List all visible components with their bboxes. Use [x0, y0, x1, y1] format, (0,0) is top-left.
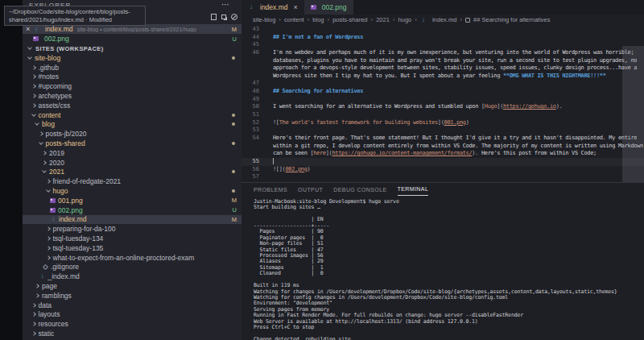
close-all-editors-icon[interactable]: [231, 14, 237, 20]
tree-item-ramblings[interactable]: ramblings: [23, 291, 242, 301]
breadcrumb-separator-icon: ›: [371, 16, 374, 23]
tree-item-layouts[interactable]: layouts: [23, 310, 242, 320]
tab-index-md[interactable]: ↓index.md×: [242, 0, 304, 15]
tree-item-blog[interactable]: blog: [23, 120, 242, 130]
tree-item-2021[interactable]: 2021: [23, 168, 242, 177]
breadcrumb-item[interactable]: posts-shared: [332, 16, 367, 23]
chevron-right-icon: [31, 84, 36, 89]
tree-item-content[interactable]: content: [23, 110, 242, 120]
editor-line[interactable]: 44## I'm not a fan of Wordpress: [242, 34, 644, 42]
breadcrumb-item[interactable]: 2021: [376, 16, 390, 23]
line-number: 51: [242, 111, 259, 119]
tree-item-label: hugo: [53, 187, 68, 195]
code-token: Hugo: [485, 103, 497, 110]
editor-line[interactable]: 50I went searching for an alternative to…: [242, 103, 644, 111]
editor-line[interactable]: approach for a devops-style development …: [242, 64, 644, 73]
panel-tab-debug-console[interactable]: DEBUG CONSOLE: [333, 183, 386, 196]
breadcrumb-item[interactable]: content: [284, 16, 304, 23]
close-tab-icon[interactable]: ×: [294, 3, 298, 11]
chevron-right-icon: [31, 65, 36, 70]
tree-item-2019[interactable]: 2019: [23, 148, 242, 158]
editor-line[interactable]: databases, plugins you have to maintain …: [242, 57, 644, 65]
code-token: ](: [438, 119, 444, 126]
explorer-sidebar: EXPLORER ⋯ ×↓index.mdsite-blog • content…: [23, 0, 242, 340]
breadcrumb-separator-icon: ›: [328, 16, 330, 23]
editor-line[interactable]: 48## Searching for alternatives: [242, 88, 644, 96]
terminal[interactable]: Justin-Macbook:site-blog Development$ hu…: [242, 196, 644, 340]
breadcrumb-item[interactable]: hugo: [398, 16, 412, 23]
breadcrumb-symbol[interactable]: ## Searching for alternatives: [473, 16, 550, 23]
editor-line[interactable]: 46I'm no webdev and perhaps much of it i…: [242, 49, 644, 57]
editor-line[interactable]: 53: [242, 126, 644, 135]
panel-tab-terminal[interactable]: TERMINAL: [398, 183, 429, 196]
editor-line[interactable]: 45: [242, 41, 644, 49]
panel-tab-bar: PROBLEMSOUTPUTDEBUG CONSOLETERMINAL: [242, 183, 644, 196]
git-status-badge: U: [233, 35, 237, 43]
tree-item-resources[interactable]: resources: [23, 319, 242, 329]
editor-line[interactable]: 56![](002.png): [242, 166, 644, 174]
tree-item-tsql-tuesday-135[interactable]: tsql-tuesday-135: [23, 243, 242, 253]
line-number: 56: [242, 166, 259, 174]
open-editor-row[interactable]: 002.pngU: [23, 34, 242, 44]
code-token: Here's their front page. That's some sta…: [273, 135, 637, 141]
editor-line[interactable]: 52![The world's fastest framework for bu…: [242, 119, 644, 127]
editor[interactable]: 4344## I'm not a fan of Wordpress4546I'm…: [242, 25, 644, 182]
tree-item-hugo[interactable]: hugo: [23, 186, 242, 196]
tab-002-png[interactable]: 002.png: [304, 0, 353, 15]
chevron-right-icon: [31, 303, 36, 308]
tree-item-what-to-expect-from-an-online-proctored-exam[interactable]: what-to-expect-from-an-online-proctored-…: [23, 253, 242, 263]
tree-item-page[interactable]: page: [23, 281, 242, 291]
editor-line[interactable]: 54Here's their front page. That's some s…: [242, 135, 644, 143]
tree-item--gitignore[interactable]: .gitignore: [23, 263, 242, 272]
workspace-section-header[interactable]: SITES (WORKSPACE): [23, 44, 242, 53]
tree-item-label: 001.png: [58, 197, 83, 205]
tree-item-label: posts-jb/2020: [46, 130, 87, 138]
tree-item--notes[interactable]: #notes: [23, 73, 242, 82]
new-file-icon[interactable]: [211, 14, 217, 20]
tree-item-archetypes[interactable]: archetypes: [23, 91, 242, 101]
tree-item-site-blog[interactable]: site-blog: [23, 53, 242, 63]
editor-line[interactable]: 47: [242, 80, 644, 88]
open-editor-label: index.md: [45, 25, 73, 33]
tree-item-002-png[interactable]: 002.pngU: [23, 205, 242, 215]
editor-line[interactable]: 49: [242, 96, 644, 104]
tree-item-posts-shared[interactable]: posts-shared: [23, 139, 242, 148]
code-token: 002.png: [285, 166, 307, 172]
editor-line[interactable]: 55: [242, 158, 644, 166]
chevron-right-icon: [46, 255, 51, 260]
more-actions-icon[interactable]: ⋯: [221, 0, 230, 9]
editor-line[interactable]: Wordpress site then I tip my hat to you.…: [242, 73, 644, 81]
tree-item--github[interactable]: .github: [23, 63, 242, 73]
panel-tab-output[interactable]: OUTPUT: [298, 183, 323, 196]
chevron-down-icon: [27, 55, 32, 60]
save-all-icon[interactable]: [221, 15, 226, 19]
editor-line[interactable]: 57: [242, 173, 644, 181]
editor-line[interactable]: 43: [242, 26, 644, 34]
tree-item-friend-of-redgate-2021[interactable]: friend-of-redgate-2021: [23, 176, 242, 186]
tree-item--index-md[interactable]: ↓_index.md: [23, 272, 242, 281]
breadcrumb: site-blog›content›blog›posts-shared›2021…: [242, 15, 644, 25]
tree-item-2020[interactable]: 2020: [23, 158, 242, 168]
breadcrumb-item[interactable]: blog: [312, 16, 324, 23]
line-number: 45: [242, 41, 259, 49]
tree-item-posts-jb-2020[interactable]: posts-jb/2020: [23, 129, 242, 139]
tree-item-001-png[interactable]: 001.pngM: [23, 196, 242, 205]
tree-item-tsql-tuesday-134[interactable]: tsql-tuesday-134: [23, 234, 242, 243]
tree-item-preparing-for-da-100[interactable]: preparing-for-da-100: [23, 224, 242, 234]
chevron-right-icon: [46, 246, 51, 251]
symbol-icon: [465, 18, 470, 23]
close-editor-icon[interactable]: ×: [26, 26, 33, 33]
chevron-right-icon: [31, 331, 36, 336]
tree-item-static[interactable]: static: [23, 329, 242, 338]
tree-item-index-md[interactable]: ↓index.mdM: [23, 215, 242, 225]
editor-line[interactable]: 51: [242, 111, 644, 119]
tree-item-data[interactable]: data: [23, 301, 242, 310]
editor-line[interactable]: within a git repo, I develop content ent…: [242, 143, 644, 151]
breadcrumb-item[interactable]: site-blog: [253, 16, 275, 23]
panel-tab-problems[interactable]: PROBLEMS: [254, 183, 287, 196]
tree-item--upcoming[interactable]: #upcoming: [23, 81, 242, 91]
vscode-window: EXPLORER ⋯ ×↓index.mdsite-blog • content…: [0, 0, 644, 340]
editor-line[interactable]: can be seen [here](https://gohugo.io/con…: [242, 150, 644, 158]
tree-item-assets-css[interactable]: assets/css: [23, 101, 242, 110]
breadcrumb-item[interactable]: index.md: [432, 16, 456, 23]
